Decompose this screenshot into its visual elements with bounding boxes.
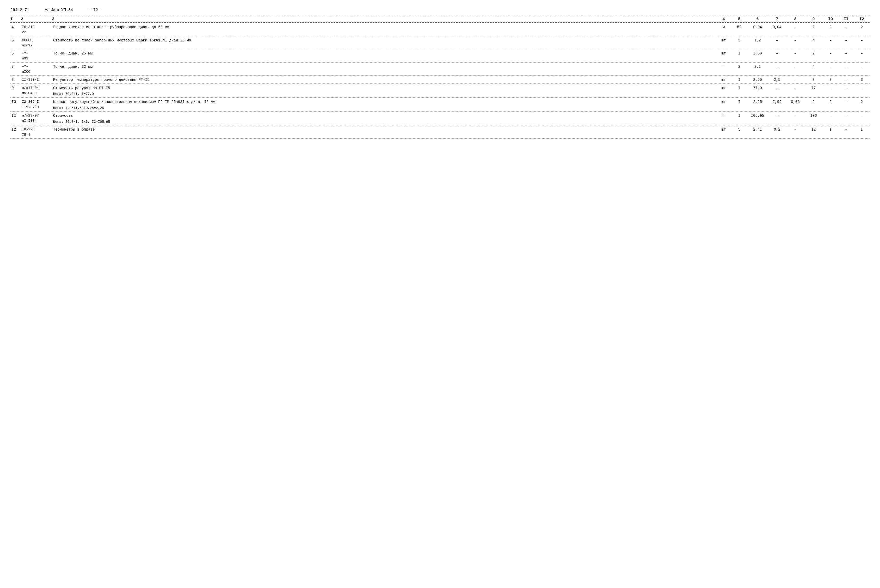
col-header-5: 5: [732, 17, 747, 21]
table-row: 8II-390-IРегулятор температуры прямого д…: [10, 76, 870, 84]
table-row: IIп/к23-07 nI-I304СтоимостьЦена: 86,0хI,…: [10, 111, 870, 125]
album-label: Альбом УП.84: [45, 8, 73, 12]
table-row: 6–"– п99То же, диам. 25 ммштII,59––2–––: [10, 49, 870, 62]
table-row: 5ССРСЦ чШп97Стоимость вентилей запор-ных…: [10, 36, 870, 49]
table-row: I2I8-228 I5-4Термометры в оправешт52,4I0…: [10, 125, 870, 138]
col-header-9: 9: [804, 17, 823, 21]
col-header-10: IO: [823, 17, 838, 21]
col-header-11: II: [838, 17, 854, 21]
table-row: IOI2-805-I т.ч.п.2вКлапан регулирующий с…: [10, 98, 870, 111]
table-row: 9п/к17-04 п5-0480Стоимость регулятора РТ…: [10, 84, 870, 98]
col-header-1: I: [10, 17, 21, 21]
table-row: 4I6-2I9 22Гидравлическое испытание трубо…: [10, 23, 870, 36]
col-header-4: 4: [716, 17, 732, 21]
table-body: 4I6-2I9 22Гидравлическое испытание трубо…: [10, 23, 870, 139]
col-header-2: 2: [21, 17, 52, 21]
doc-number: 294-2-71: [10, 8, 29, 12]
col-header-8: 8: [786, 17, 804, 21]
column-headers: I 2 3 4 5 6 7 8 9 IO II I2: [10, 15, 870, 23]
col-header-7: 7: [768, 17, 786, 21]
header: 294-2-71 Альбом УП.84 - 72 -: [10, 8, 870, 12]
col-header-12: I2: [854, 17, 870, 21]
col-header-3: 3: [52, 17, 716, 21]
page-number: - 72 -: [88, 8, 103, 12]
col-header-6: 6: [747, 17, 768, 21]
table-row: 7–"– пI00То же, диам. 32 мм"22,I––4–––: [10, 63, 870, 76]
